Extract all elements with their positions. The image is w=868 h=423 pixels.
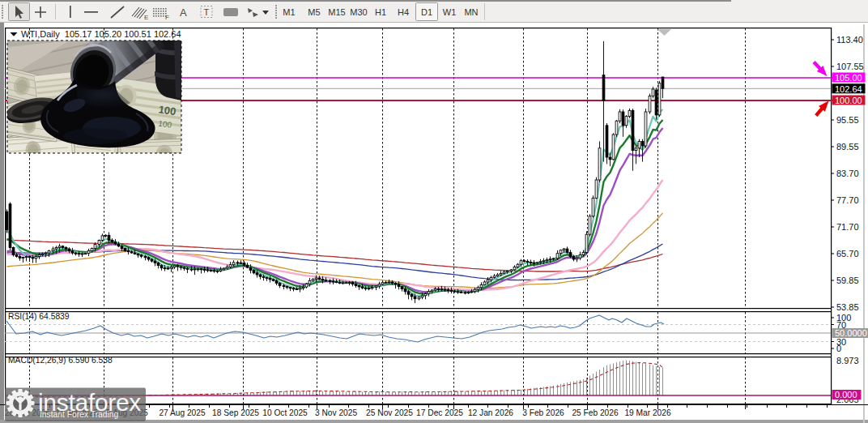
svg-text:0: 0 <box>836 344 841 353</box>
svg-text:105.00: 105.00 <box>835 73 862 83</box>
svg-text:M15: M15 <box>328 7 345 17</box>
svg-text:50.0000: 50.0000 <box>835 328 867 338</box>
svg-text:25 Feb 2026: 25 Feb 2026 <box>572 408 619 417</box>
svg-text:3 Feb 2026: 3 Feb 2026 <box>522 408 564 417</box>
svg-text:100.00: 100.00 <box>835 96 862 105</box>
svg-text:E: E <box>144 14 148 21</box>
svg-text:18 Sep 2025: 18 Sep 2025 <box>212 408 259 417</box>
svg-text:M1: M1 <box>283 7 295 17</box>
svg-text:3 Nov 2025: 3 Nov 2025 <box>315 408 357 417</box>
svg-text:95.55: 95.55 <box>836 115 859 125</box>
svg-text:89.55: 89.55 <box>836 142 859 152</box>
svg-text:W1: W1 <box>443 7 457 17</box>
svg-text:59.85: 59.85 <box>836 276 859 285</box>
svg-text:MN: MN <box>464 7 478 17</box>
svg-text:F: F <box>165 14 169 21</box>
svg-text:65.70: 65.70 <box>836 249 859 258</box>
svg-text:M5: M5 <box>308 7 320 17</box>
svg-text:27 Aug 2025: 27 Aug 2025 <box>159 408 206 417</box>
svg-text:8.973: 8.973 <box>836 356 859 365</box>
svg-text:M30: M30 <box>350 7 367 17</box>
svg-text:A: A <box>180 6 187 19</box>
svg-text:D1: D1 <box>421 7 432 17</box>
svg-text:17 Dec 2025: 17 Dec 2025 <box>416 408 463 417</box>
svg-text:107.55: 107.55 <box>836 62 864 71</box>
svg-text:25 Nov 2025: 25 Nov 2025 <box>366 408 413 417</box>
svg-text:H4: H4 <box>398 7 409 17</box>
svg-text:71.70: 71.70 <box>836 222 859 232</box>
svg-text:102.64: 102.64 <box>835 84 862 94</box>
svg-text:10 Oct 2025: 10 Oct 2025 <box>262 408 308 417</box>
svg-text:WTI,Daily 105.17 105.20 100.5: WTI,Daily 105.17 105.20 100.51 102.64 <box>21 29 181 39</box>
svg-text:MACD(12,26,9) 6.590 6.538: MACD(12,26,9) 6.590 6.538 <box>8 356 113 365</box>
svg-text:Instant Forex Trading: Instant Forex Trading <box>40 410 119 419</box>
svg-text:113.40: 113.40 <box>836 35 863 45</box>
svg-text:12 Jan 2026: 12 Jan 2026 <box>468 408 513 417</box>
svg-text:100: 100 <box>158 103 177 118</box>
svg-text:77.70: 77.70 <box>836 195 859 205</box>
svg-text:53.85: 53.85 <box>836 302 859 312</box>
svg-text:19 Mar 2026: 19 Mar 2026 <box>624 408 671 417</box>
svg-text:T: T <box>204 7 210 17</box>
svg-text:83.70: 83.70 <box>836 169 859 178</box>
svg-text:RSI(14) 64.5839: RSI(14) 64.5839 <box>8 312 70 321</box>
svg-text:0.000: 0.000 <box>835 390 857 400</box>
svg-text:H1: H1 <box>375 7 386 17</box>
